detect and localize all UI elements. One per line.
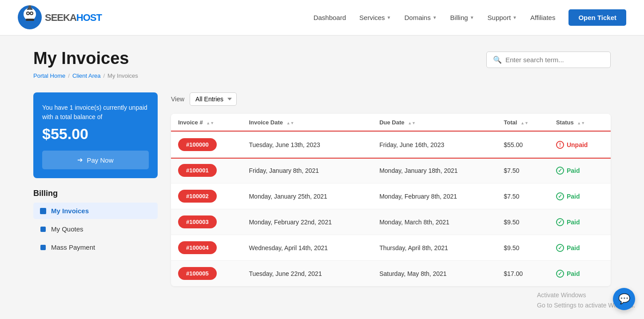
table-row[interactable]: #100002Monday, January 25th, 2021Monday,… (171, 183, 611, 209)
svg-point-1 (24, 8, 36, 20)
unpaid-icon: ! (556, 141, 564, 149)
status-badge: ✓ Paid (556, 192, 604, 200)
sort-arrows-invoice-date[interactable]: ▲▼ (286, 121, 294, 125)
nav-services[interactable]: Services ▼ (359, 14, 391, 21)
nav-billing[interactable]: Billing ▼ (450, 14, 474, 21)
table-cell-total: $55.00 (497, 132, 549, 158)
table-row[interactable]: #100004Wednesday, April 14th, 2021Thursd… (171, 235, 611, 261)
col-invoice-date: Invoice Date ▲▼ (242, 114, 372, 132)
table-cell-status: ✓ Paid (549, 209, 611, 235)
col-due-date: Due Date ▲▼ (372, 114, 497, 132)
search-input[interactable] (505, 56, 604, 64)
invoice-num-button[interactable]: #100002 (178, 190, 217, 203)
sort-arrows-due-date[interactable]: ▲▼ (408, 121, 416, 125)
table-cell-status: ✓ Paid (549, 235, 611, 261)
table-cell-invoice-date: Tuesday, June 22nd, 2021 (242, 261, 372, 287)
sidebar-item-mass-payment[interactable]: Mass Payment (33, 239, 158, 255)
pay-now-button[interactable]: ➔ Pay Now (42, 151, 149, 169)
search-icon: 🔍 (493, 56, 502, 64)
table-area: View All Entries Invoice # ▲▼ Invoice Da… (171, 92, 611, 286)
sidebar-item-my-quotes[interactable]: My Quotes (33, 221, 158, 237)
search-box[interactable]: 🔍 (486, 52, 611, 68)
invoice-num-button[interactable]: #100005 (178, 267, 217, 280)
table-cell-due-date: Thursday, April 8th, 2021 (372, 235, 497, 261)
table-row[interactable]: #100000Tuesday, June 13th, 2023Friday, J… (171, 132, 611, 158)
services-dropdown-arrow: ▼ (387, 15, 391, 20)
invoice-num-button[interactable]: #100001 (178, 164, 217, 177)
mass-payment-icon (40, 244, 47, 251)
invoice-num-button[interactable]: #100003 (178, 215, 217, 228)
breadcrumb-my-invoices: My Invoices (107, 72, 138, 79)
nav-domains[interactable]: Domains ▼ (405, 14, 437, 21)
view-label: View (171, 96, 184, 103)
nav-dashboard[interactable]: Dashboard (314, 14, 346, 21)
table-cell-due-date: Friday, June 16th, 2023 (372, 132, 497, 158)
table-cell-invoice-num: #100004 (171, 235, 242, 261)
view-select[interactable]: All Entries (190, 92, 237, 106)
table-cell-invoice-num: #100001 (171, 158, 242, 183)
table-cell-due-date: Monday, February 8th, 2021 (372, 183, 497, 209)
paid-icon: ✓ (556, 270, 564, 278)
page-header: My Invoices 🔍 (33, 49, 611, 68)
col-invoice-num: Invoice # ▲▼ (171, 114, 242, 132)
table-cell-invoice-num: #100002 (171, 183, 242, 209)
table-cell-status: ✓ Paid (549, 183, 611, 209)
billing-dropdown-arrow: ▼ (470, 15, 474, 20)
table-row[interactable]: #100001Friday, January 8th, 2021Monday, … (171, 158, 611, 183)
breadcrumb-client-area[interactable]: Client Area (72, 72, 101, 79)
support-dropdown-arrow: ▼ (513, 15, 517, 20)
invoice-num-button[interactable]: #100004 (178, 241, 217, 254)
sidebar-billing-section: Billing My Invoices My Quotes (33, 189, 158, 255)
nav-affiliates[interactable]: Affiliates (530, 14, 555, 21)
main-content: My Invoices 🔍 Portal Home / Client Area … (16, 36, 628, 299)
table-cell-total: $9.50 (497, 209, 549, 235)
table-cell-total: $9.50 (497, 235, 549, 261)
breadcrumb-portal-home[interactable]: Portal Home (33, 72, 65, 79)
status-badge: ✓ Paid (556, 218, 604, 226)
page-title: My Invoices (33, 49, 129, 68)
svg-rect-6 (26, 19, 34, 21)
sidebar-menu: My Invoices My Quotes Mass Payment (33, 203, 158, 255)
status-badge: ! Unpaid (556, 141, 604, 149)
sort-arrows-invoice-num[interactable]: ▲▼ (206, 121, 214, 125)
table-cell-total: $7.50 (497, 158, 549, 183)
billing-card-text: You have 1 invoice(s) currently unpaid w… (42, 103, 149, 122)
billing-card: You have 1 invoice(s) currently unpaid w… (33, 92, 158, 178)
table-cell-due-date: Saturday, May 8th, 2021 (372, 261, 497, 287)
table-cell-status: ! Unpaid (549, 132, 611, 158)
table-controls: View All Entries (171, 92, 611, 106)
table-cell-invoice-num: #100000 (171, 132, 242, 158)
table-cell-due-date: Monday, March 8th, 2021 (372, 209, 497, 235)
status-badge: ✓ Paid (556, 167, 604, 175)
invoice-table: Invoice # ▲▼ Invoice Date ▲▼ Due Date ▲▼ (171, 114, 611, 286)
table-header-row: Invoice # ▲▼ Invoice Date ▲▼ Due Date ▲▼ (171, 114, 611, 132)
paid-icon: ✓ (556, 218, 564, 226)
table-cell-status: ✓ Paid (549, 158, 611, 183)
nav-support[interactable]: Support ▼ (488, 14, 517, 21)
col-status: Status ▲▼ (549, 114, 611, 132)
logo[interactable]: SEEKAHOST (18, 5, 102, 30)
content-area: You have 1 invoice(s) currently unpaid w… (33, 92, 611, 286)
paid-icon: ✓ (556, 244, 564, 252)
my-invoices-icon (40, 207, 47, 215)
billing-amount: $55.00 (42, 125, 149, 143)
table-cell-invoice-date: Wednesday, April 14th, 2021 (242, 235, 372, 261)
logo-icon (18, 5, 42, 30)
sidebar-item-my-invoices[interactable]: My Invoices (33, 203, 158, 219)
table-cell-invoice-date: Tuesday, June 13th, 2023 (242, 132, 372, 158)
invoice-num-button[interactable]: #100000 (178, 138, 217, 151)
sort-arrows-total[interactable]: ▲▼ (521, 121, 529, 125)
open-ticket-button[interactable]: Open Ticket (568, 9, 626, 26)
sidebar: You have 1 invoice(s) currently unpaid w… (33, 92, 158, 257)
svg-rect-8 (28, 5, 31, 10)
table-row[interactable]: #100005Tuesday, June 22nd, 2021Saturday,… (171, 261, 611, 287)
table-cell-invoice-date: Monday, January 25th, 2021 (242, 183, 372, 209)
table-row[interactable]: #100003Monday, February 22nd, 2021Monday… (171, 209, 611, 235)
paid-icon: ✓ (556, 192, 564, 200)
page-title-block: My Invoices (33, 49, 129, 68)
table-cell-invoice-date: Monday, February 22nd, 2021 (242, 209, 372, 235)
svg-point-4 (27, 12, 29, 14)
sort-arrows-status[interactable]: ▲▼ (577, 121, 585, 125)
table-cell-invoice-num: #100003 (171, 209, 242, 235)
paid-icon: ✓ (556, 167, 564, 175)
